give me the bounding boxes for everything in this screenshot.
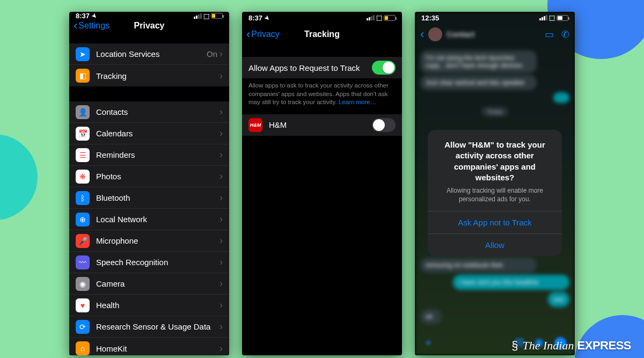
settings-row[interactable]: ◉Camera› xyxy=(69,273,229,295)
row-detail: On xyxy=(207,49,217,59)
back-label: Privacy xyxy=(251,30,279,39)
chat-messages: I'm not doing the tech launches copy... … xyxy=(415,45,575,123)
video-call-icon[interactable]: ▭ xyxy=(545,28,554,40)
location-services-icon: ➤ xyxy=(76,47,90,61)
phone-privacy-settings: 8:37 ➤ ⬚ ‹ Settings Privacy ➤Location Se… xyxy=(69,12,229,355)
settings-row[interactable]: ᛒBluetooth› xyxy=(69,187,229,209)
row-label: HomeKit xyxy=(96,344,219,353)
back-button[interactable]: ‹ xyxy=(420,27,424,41)
chevron-right-icon: › xyxy=(219,171,223,182)
chevron-right-icon: › xyxy=(219,235,223,246)
settings-row[interactable]: 〰Speech Recognition› xyxy=(69,252,229,273)
chevron-right-icon: › xyxy=(219,149,223,160)
source-watermark: § The Indian EXPRESS xyxy=(511,339,631,353)
local-network-icon: ⊕ xyxy=(76,213,90,227)
chevron-right-icon: › xyxy=(219,321,223,332)
wifi-icon: ⬚ xyxy=(376,14,382,21)
chat-bubble-outgoing: i have sent you the headline xyxy=(453,275,569,290)
wifi-icon: ⬚ xyxy=(549,14,555,21)
hm-tracking-toggle[interactable] xyxy=(372,118,396,132)
row-label: Microphone xyxy=(96,236,219,245)
chevron-right-icon: › xyxy=(219,48,223,60)
chevron-left-icon: ‹ xyxy=(246,28,250,40)
row-label: H&M xyxy=(269,120,372,129)
settings-row[interactable]: 👤Contacts› xyxy=(69,101,229,123)
row-label: Speech Recognition xyxy=(96,258,219,267)
row-label: Research Sensor & Usage Data xyxy=(96,322,219,331)
contacts-icon: 👤 xyxy=(76,105,90,119)
back-button[interactable]: ‹ Settings xyxy=(74,20,109,32)
homekit-icon: ⌂ xyxy=(76,341,90,355)
allow-button[interactable]: Allow xyxy=(428,233,562,256)
settings-row[interactable]: ⌂HomeKit› xyxy=(69,338,229,355)
chevron-right-icon: › xyxy=(219,70,223,82)
add-attachment-icon[interactable]: ＋ xyxy=(422,334,434,350)
day-separator: Today xyxy=(420,108,569,115)
chat-bubble-incoming: oh xyxy=(420,309,442,324)
signal-icon xyxy=(367,15,375,20)
row-label: Allow Apps to Request to Track xyxy=(248,63,372,72)
hm-app-icon: H&M xyxy=(248,118,262,132)
signal-icon xyxy=(194,13,202,19)
audio-call-icon[interactable]: ✆ xyxy=(561,28,569,40)
photos-icon: ❋ xyxy=(76,170,90,184)
reminders-icon: ☰ xyxy=(76,148,90,162)
signal-icon xyxy=(539,15,547,20)
speech-recognition-icon: 〰 xyxy=(76,255,90,269)
settings-row[interactable]: ⟳Research Sensor & Usage Data› xyxy=(69,316,229,338)
row-label: Local Network xyxy=(96,215,219,224)
settings-row[interactable]: 📅Calendars› xyxy=(69,123,229,144)
status-bar: 8:37 ➤ ⬚ xyxy=(242,12,402,24)
settings-row[interactable]: ❋Photos› xyxy=(69,166,229,187)
express-logo-icon: § xyxy=(511,339,518,353)
camera-icon: ◉ xyxy=(76,277,90,291)
allow-tracking-row[interactable]: Allow Apps to Request to Track xyxy=(242,57,402,78)
bluetooth-icon: ᛒ xyxy=(76,191,90,205)
avatar[interactable] xyxy=(428,27,442,41)
watermark-suffix: EXPRESS xyxy=(577,339,631,352)
chat-contact-name[interactable]: Contact xyxy=(447,30,537,39)
tracking-icon: ◧ xyxy=(76,69,90,83)
learn-more-link[interactable]: Learn more… xyxy=(339,99,376,105)
row-label: Tracking xyxy=(96,71,219,81)
chevron-right-icon: › xyxy=(219,343,223,354)
health-icon: ♥ xyxy=(76,298,90,312)
chat-bubble-incoming: I'm not doing the tech launches copy... … xyxy=(420,50,537,73)
settings-row[interactable]: ♥Health› xyxy=(69,295,229,316)
settings-row[interactable]: ☰Reminders› xyxy=(69,144,229,166)
nav-header: ‹ Settings Privacy xyxy=(69,20,229,32)
phone-tracking-settings: 8:37 ➤ ⬚ ‹ Privacy Tracking Allow Apps t… xyxy=(242,12,402,355)
chevron-right-icon: › xyxy=(219,106,223,118)
alert-message: Allowing tracking will enable more perso… xyxy=(436,186,553,203)
location-arrow-icon: ➤ xyxy=(90,12,99,20)
wifi-icon: ⬚ xyxy=(203,12,209,20)
battery-icon xyxy=(557,15,568,21)
settings-row[interactable]: ◧Tracking› xyxy=(69,65,229,86)
battery-icon xyxy=(384,15,396,21)
settings-row[interactable]: ➤Location ServicesOn› xyxy=(69,43,229,65)
status-time: 8:37 xyxy=(76,12,90,20)
allow-tracking-toggle[interactable] xyxy=(372,61,396,75)
status-bar: 8:37 ➤ ⬚ xyxy=(69,12,229,20)
row-label: Camera xyxy=(96,279,219,288)
chevron-right-icon: › xyxy=(219,257,223,268)
chevron-right-icon: › xyxy=(219,278,223,289)
status-time: 12:35 xyxy=(421,14,439,22)
app-tracking-row[interactable]: H&M H&M xyxy=(242,114,402,136)
row-label: Photos xyxy=(96,172,219,181)
settings-row[interactable]: ⊕Local Network› xyxy=(69,209,229,230)
chat-messages: removing mi notebook then i have sent yo… xyxy=(415,252,575,330)
calendars-icon: 📅 xyxy=(76,127,90,141)
microphone-icon: 🎤 xyxy=(76,234,90,248)
row-label: Bluetooth xyxy=(96,193,219,202)
chevron-left-icon: ‹ xyxy=(74,20,77,32)
chevron-right-icon: › xyxy=(219,299,223,311)
row-label: Calendars xyxy=(96,129,219,138)
back-button[interactable]: ‹ Privacy xyxy=(246,28,280,40)
research-sensor-usage-data-icon: ⟳ xyxy=(76,320,90,334)
status-bar: 12:35 ⬚ xyxy=(415,12,575,24)
row-label: Reminders xyxy=(96,150,219,159)
ask-not-to-track-button[interactable]: Ask App not to Track xyxy=(428,211,562,233)
back-label: Settings xyxy=(78,21,109,31)
settings-row[interactable]: 🎤Microphone› xyxy=(69,230,229,252)
